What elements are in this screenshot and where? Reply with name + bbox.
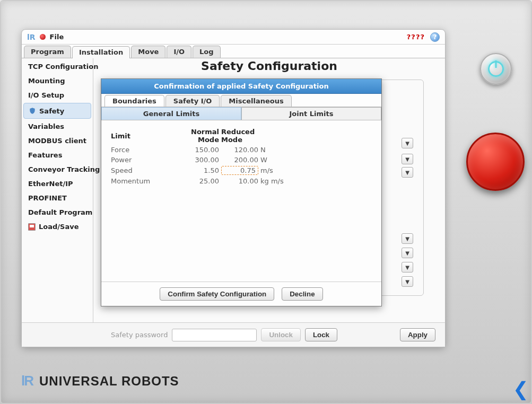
status-dot-icon <box>40 34 46 40</box>
sidebar-item-label: Load/Save <box>39 223 79 231</box>
limit-reduced: 200.00 <box>221 156 258 164</box>
dropdown-4[interactable]: ▼ <box>402 233 413 244</box>
dropdown-7[interactable]: ▼ <box>402 276 413 287</box>
tab-log[interactable]: Log <box>193 46 221 58</box>
dropdown-3[interactable]: ▼ <box>402 167 413 178</box>
sidebar-item-profinet[interactable]: PROFINET <box>22 191 93 205</box>
dialog-footer: Confirm Safety Configuration Decline <box>101 282 381 306</box>
confirmation-dialog: Confirmation of applied Safety Configura… <box>101 78 382 306</box>
tab-installation[interactable]: Installation <box>72 46 130 58</box>
sidebar-item-features[interactable]: Features <box>22 148 93 162</box>
limit-name: Power <box>111 156 169 164</box>
limit-name: Speed <box>111 166 169 174</box>
dropdown-5[interactable]: ▼ <box>402 248 413 258</box>
tab-io[interactable]: I/O <box>167 46 191 58</box>
sidebar-item-load-save[interactable]: Load/Save <box>22 219 93 234</box>
limits-row-power: Power 300.00 200.00 W <box>111 155 372 165</box>
sidebar-item-default-program[interactable]: Default Program <box>22 205 93 219</box>
brand-footer: lR UNIVERSAL ROBOTS <box>21 373 179 389</box>
page-title: Safety Configuration <box>93 59 445 73</box>
sidebar-item-mounting[interactable]: Mounting <box>22 74 93 88</box>
sidebar-item-tcp-configuration[interactable]: TCP Configuration <box>22 59 93 74</box>
dialog-tab-boundaries[interactable]: Boundaries <box>104 95 164 107</box>
col-reduced: Reduced Mode <box>221 128 258 144</box>
power-button[interactable] <box>480 53 512 85</box>
chevron-left-icon[interactable]: ❮ <box>513 378 529 400</box>
sidebar-item-variables[interactable]: Variables <box>22 119 93 134</box>
limit-normal: 1.50 <box>171 166 219 174</box>
limit-normal: 300.00 <box>171 156 219 164</box>
limit-normal: 150.00 <box>171 146 219 154</box>
main-tabs: Program Installation Move I/O Log <box>22 45 445 58</box>
dialog-subtab-general-limits[interactable]: General Limits <box>101 107 241 120</box>
limit-unit: kg m/s <box>260 177 287 185</box>
status-text: ???? <box>407 33 425 41</box>
dialog-tabs-primary: Boundaries Safety I/O Miscellaneous <box>101 94 381 107</box>
limit-normal: 25.00 <box>171 177 219 185</box>
confirm-safety-button[interactable]: Confirm Safety Configuration <box>160 287 274 301</box>
footer: Safety password Unlock Lock Apply <box>22 322 445 347</box>
limit-unit: m/s <box>260 166 287 174</box>
dialog-tab-safety-io[interactable]: Safety I/O <box>165 95 220 107</box>
decline-button[interactable]: Decline <box>282 287 322 301</box>
file-menu[interactable]: File <box>50 33 64 41</box>
dropdown-1[interactable]: ▼ <box>402 138 413 148</box>
dialog-tabs-secondary: General Limits Joint Limits <box>101 107 381 120</box>
dialog-tab-miscellaneous[interactable]: Miscellaneous <box>221 95 291 107</box>
help-icon[interactable]: ? <box>430 32 440 42</box>
apply-button[interactable]: Apply <box>400 328 435 341</box>
ur-logo-small: lR <box>27 33 36 41</box>
tab-move[interactable]: Move <box>131 46 165 58</box>
password-label: Safety password <box>111 331 168 339</box>
sidebar-item-safety[interactable]: Safety <box>23 103 91 119</box>
limit-unit: W <box>260 156 287 164</box>
tab-program[interactable]: Program <box>24 46 71 58</box>
sidebar-item-label: Safety <box>39 107 64 115</box>
ur-logo-icon: lR <box>21 373 33 389</box>
floppy-icon <box>28 223 36 231</box>
dropdown-6[interactable]: ▼ <box>402 262 413 273</box>
limits-row-force: Force 150.00 120.00 N <box>111 145 372 155</box>
limits-row-momentum: Momentum 25.00 10.00 kg m/s <box>111 176 372 186</box>
sidebar: TCP Configuration Mounting I/O Setup Saf… <box>22 58 93 322</box>
lock-button[interactable]: Lock <box>305 328 337 341</box>
unlock-button[interactable]: Unlock <box>261 328 300 341</box>
col-normal: Normal Mode <box>171 128 219 144</box>
shield-icon <box>29 107 36 115</box>
limits-row-speed: Speed 1.50 0.75 m/s <box>111 165 372 176</box>
sidebar-item-modbus[interactable]: MODBUS client <box>22 134 93 148</box>
limit-reduced-highlighted: 0.75 <box>221 166 258 175</box>
brand-text: UNIVERSAL ROBOTS <box>39 374 179 389</box>
limits-header: Limit Normal Mode Reduced Mode <box>111 127 372 145</box>
power-icon <box>488 61 504 77</box>
emergency-stop-button[interactable] <box>466 133 525 191</box>
limit-name: Momentum <box>111 177 169 185</box>
sidebar-item-conveyor-tracking[interactable]: Conveyor Tracking <box>22 162 93 177</box>
col-limit: Limit <box>111 132 169 140</box>
dialog-subtab-joint-limits[interactable]: Joint Limits <box>241 107 381 120</box>
sidebar-item-io-setup[interactable]: I/O Setup <box>22 88 93 102</box>
limit-name: Force <box>111 146 169 154</box>
limit-reduced: 120.00 <box>221 146 258 154</box>
safety-password-input[interactable] <box>172 329 257 341</box>
dialog-body: Limit Normal Mode Reduced Mode Force 150… <box>101 120 381 282</box>
limit-reduced: 10.00 <box>221 177 258 185</box>
limit-unit: N <box>260 146 287 154</box>
dropdown-2[interactable]: ▼ <box>402 154 413 164</box>
dialog-title: Confirmation of applied Safety Configura… <box>101 79 381 94</box>
titlebar: lR File ???? ? <box>22 30 445 45</box>
sidebar-item-ethernet-ip[interactable]: EtherNet/IP <box>22 177 93 191</box>
